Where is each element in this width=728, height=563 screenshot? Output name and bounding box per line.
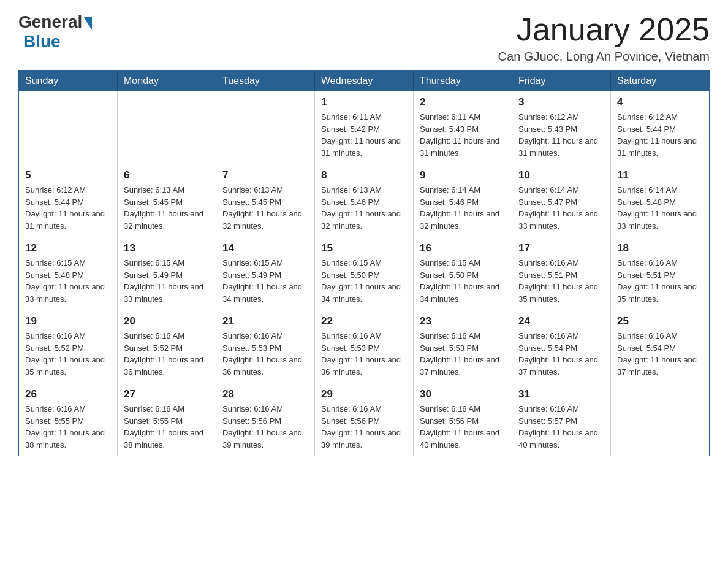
day-number: 1 <box>321 96 407 109</box>
calendar-cell: 7Sunrise: 6:13 AMSunset: 5:45 PMDaylight… <box>216 164 315 237</box>
calendar-cell: 29Sunrise: 6:16 AMSunset: 5:56 PMDayligh… <box>315 383 414 456</box>
calendar-cell: 25Sunrise: 6:16 AMSunset: 5:54 PMDayligh… <box>611 310 710 383</box>
logo-blue-text: Blue <box>23 32 61 52</box>
calendar-cell: 23Sunrise: 6:16 AMSunset: 5:53 PMDayligh… <box>414 310 512 383</box>
day-info: Sunrise: 6:13 AMSunset: 5:45 PMDaylight:… <box>222 184 308 232</box>
calendar-cell: 15Sunrise: 6:15 AMSunset: 5:50 PMDayligh… <box>315 237 414 310</box>
day-number: 4 <box>617 96 703 109</box>
day-info: Sunrise: 6:16 AMSunset: 5:52 PMDaylight:… <box>25 330 111 378</box>
day-info: Sunrise: 6:16 AMSunset: 5:51 PMDaylight:… <box>518 257 604 305</box>
day-number: 16 <box>420 242 506 255</box>
calendar-cell: 18Sunrise: 6:16 AMSunset: 5:51 PMDayligh… <box>611 237 710 310</box>
calendar-cell: 6Sunrise: 6:13 AMSunset: 5:45 PMDaylight… <box>118 164 216 237</box>
calendar-cell: 27Sunrise: 6:16 AMSunset: 5:55 PMDayligh… <box>118 383 216 456</box>
day-info: Sunrise: 6:16 AMSunset: 5:53 PMDaylight:… <box>222 330 308 378</box>
day-info: Sunrise: 6:16 AMSunset: 5:53 PMDaylight:… <box>321 330 407 378</box>
day-info: Sunrise: 6:15 AMSunset: 5:50 PMDaylight:… <box>420 257 506 305</box>
day-number: 22 <box>321 315 407 327</box>
calendar-cell <box>216 91 315 164</box>
calendar-cell: 19Sunrise: 6:16 AMSunset: 5:52 PMDayligh… <box>19 310 118 383</box>
title-section: January 2025 Can GJuoc, Long An Povince,… <box>498 12 710 64</box>
calendar-cell: 2Sunrise: 6:11 AMSunset: 5:43 PMDaylight… <box>414 91 512 164</box>
calendar-cell: 26Sunrise: 6:16 AMSunset: 5:55 PMDayligh… <box>19 383 118 456</box>
day-info: Sunrise: 6:16 AMSunset: 5:54 PMDaylight:… <box>518 330 604 378</box>
calendar-cell: 12Sunrise: 6:15 AMSunset: 5:48 PMDayligh… <box>19 237 118 310</box>
day-number: 21 <box>222 315 308 327</box>
calendar-cell: 13Sunrise: 6:15 AMSunset: 5:49 PMDayligh… <box>118 237 216 310</box>
day-number: 23 <box>420 315 506 327</box>
calendar-cell <box>118 91 216 164</box>
calendar-cell: 17Sunrise: 6:16 AMSunset: 5:51 PMDayligh… <box>512 237 611 310</box>
day-number: 6 <box>124 169 210 182</box>
location-subtitle: Can GJuoc, Long An Povince, Vietnam <box>498 50 710 64</box>
day-number: 17 <box>518 242 604 255</box>
logo: General Blue <box>18 12 92 52</box>
weekday-header-friday: Friday <box>512 71 611 92</box>
calendar-cell: 11Sunrise: 6:14 AMSunset: 5:48 PMDayligh… <box>611 164 710 237</box>
day-number: 26 <box>25 388 111 400</box>
calendar-cell: 10Sunrise: 6:14 AMSunset: 5:47 PMDayligh… <box>512 164 611 237</box>
calendar-cell: 24Sunrise: 6:16 AMSunset: 5:54 PMDayligh… <box>512 310 611 383</box>
month-title: January 2025 <box>498 12 710 47</box>
day-info: Sunrise: 6:16 AMSunset: 5:56 PMDaylight:… <box>420 403 506 451</box>
day-info: Sunrise: 6:14 AMSunset: 5:46 PMDaylight:… <box>420 184 506 232</box>
day-number: 14 <box>222 242 308 255</box>
day-info: Sunrise: 6:16 AMSunset: 5:57 PMDaylight:… <box>518 403 604 451</box>
day-info: Sunrise: 6:16 AMSunset: 5:52 PMDaylight:… <box>124 330 210 378</box>
day-info: Sunrise: 6:16 AMSunset: 5:55 PMDaylight:… <box>124 403 210 451</box>
day-number: 11 <box>617 169 703 182</box>
calendar-cell: 31Sunrise: 6:16 AMSunset: 5:57 PMDayligh… <box>512 383 611 456</box>
day-info: Sunrise: 6:16 AMSunset: 5:54 PMDaylight:… <box>617 330 703 378</box>
day-number: 8 <box>321 169 407 182</box>
calendar-cell: 3Sunrise: 6:12 AMSunset: 5:43 PMDaylight… <box>512 91 611 164</box>
day-info: Sunrise: 6:11 AMSunset: 5:43 PMDaylight:… <box>420 111 506 159</box>
calendar-cell: 28Sunrise: 6:16 AMSunset: 5:56 PMDayligh… <box>216 383 315 456</box>
day-info: Sunrise: 6:16 AMSunset: 5:53 PMDaylight:… <box>420 330 506 378</box>
day-number: 12 <box>25 242 111 255</box>
weekday-header-monday: Monday <box>118 71 216 92</box>
day-number: 19 <box>25 315 111 327</box>
day-info: Sunrise: 6:12 AMSunset: 5:44 PMDaylight:… <box>617 111 703 159</box>
calendar-table: SundayMondayTuesdayWednesdayThursdayFrid… <box>18 70 710 456</box>
day-info: Sunrise: 6:14 AMSunset: 5:48 PMDaylight:… <box>617 184 703 232</box>
day-number: 25 <box>617 315 703 327</box>
calendar-cell: 4Sunrise: 6:12 AMSunset: 5:44 PMDaylight… <box>611 91 710 164</box>
day-info: Sunrise: 6:12 AMSunset: 5:44 PMDaylight:… <box>25 184 111 232</box>
calendar-cell <box>19 91 118 164</box>
day-info: Sunrise: 6:14 AMSunset: 5:47 PMDaylight:… <box>518 184 604 232</box>
day-number: 10 <box>518 169 604 182</box>
weekday-header-tuesday: Tuesday <box>216 71 315 92</box>
day-number: 9 <box>420 169 506 182</box>
day-number: 29 <box>321 388 407 400</box>
day-number: 2 <box>420 96 506 109</box>
weekday-header-row: SundayMondayTuesdayWednesdayThursdayFrid… <box>19 71 710 92</box>
day-info: Sunrise: 6:16 AMSunset: 5:51 PMDaylight:… <box>617 257 703 305</box>
calendar-cell: 8Sunrise: 6:13 AMSunset: 5:46 PMDaylight… <box>315 164 414 237</box>
day-number: 15 <box>321 242 407 255</box>
day-info: Sunrise: 6:11 AMSunset: 5:42 PMDaylight:… <box>321 111 407 159</box>
calendar-cell: 16Sunrise: 6:15 AMSunset: 5:50 PMDayligh… <box>414 237 512 310</box>
day-number: 3 <box>518 96 604 109</box>
day-info: Sunrise: 6:13 AMSunset: 5:45 PMDaylight:… <box>124 184 210 232</box>
calendar-cell: 14Sunrise: 6:15 AMSunset: 5:49 PMDayligh… <box>216 237 315 310</box>
calendar-cell: 20Sunrise: 6:16 AMSunset: 5:52 PMDayligh… <box>118 310 216 383</box>
calendar-cell: 30Sunrise: 6:16 AMSunset: 5:56 PMDayligh… <box>414 383 512 456</box>
weekday-header-saturday: Saturday <box>611 71 710 92</box>
logo-general-text: General <box>18 12 82 32</box>
calendar-week-row: 19Sunrise: 6:16 AMSunset: 5:52 PMDayligh… <box>19 310 710 383</box>
day-number: 30 <box>420 388 506 400</box>
calendar-week-row: 12Sunrise: 6:15 AMSunset: 5:48 PMDayligh… <box>19 237 710 310</box>
calendar-cell: 22Sunrise: 6:16 AMSunset: 5:53 PMDayligh… <box>315 310 414 383</box>
calendar-cell: 21Sunrise: 6:16 AMSunset: 5:53 PMDayligh… <box>216 310 315 383</box>
weekday-header-thursday: Thursday <box>414 71 512 92</box>
day-number: 13 <box>124 242 210 255</box>
day-info: Sunrise: 6:16 AMSunset: 5:55 PMDaylight:… <box>25 403 111 451</box>
calendar-cell: 1Sunrise: 6:11 AMSunset: 5:42 PMDaylight… <box>315 91 414 164</box>
day-info: Sunrise: 6:15 AMSunset: 5:48 PMDaylight:… <box>25 257 111 305</box>
day-info: Sunrise: 6:15 AMSunset: 5:50 PMDaylight:… <box>321 257 407 305</box>
calendar-week-row: 26Sunrise: 6:16 AMSunset: 5:55 PMDayligh… <box>19 383 710 456</box>
day-number: 20 <box>124 315 210 327</box>
day-number: 7 <box>222 169 308 182</box>
logo-arrow-icon <box>83 17 92 30</box>
calendar-cell <box>611 383 710 456</box>
